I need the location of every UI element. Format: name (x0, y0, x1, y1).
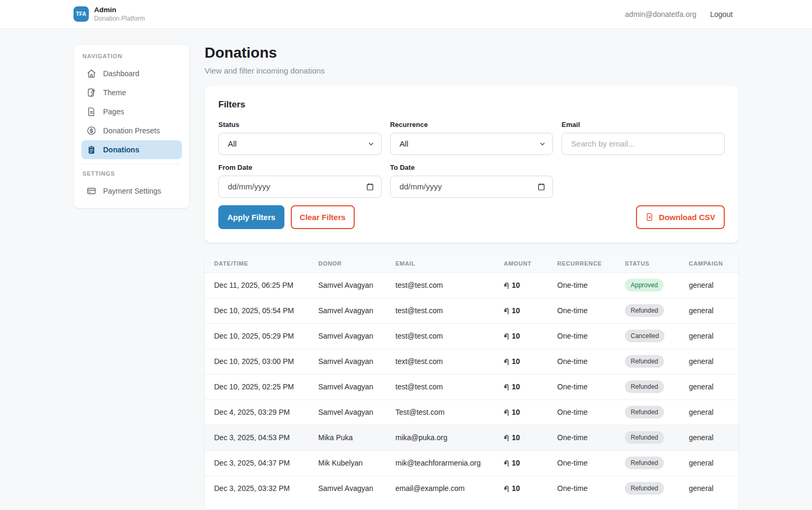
from-date-input[interactable]: dd/mm/yyyy (218, 176, 382, 198)
to-date-input[interactable]: dd/mm/yyyy (390, 176, 553, 198)
dram-sign-icon (504, 408, 510, 416)
status-badge: Refunded (625, 482, 664, 495)
donation-row[interactable]: Dec 10, 2025, 03:00 PM Samvel Avagyan te… (205, 349, 739, 374)
sidebar-item-pages[interactable]: Pages (81, 102, 182, 121)
cell-datetime: Dec 10, 2025, 02:25 PM (205, 374, 309, 399)
cell-amount: 10 (494, 298, 548, 323)
cell-donor: Samvel Avagyan (309, 399, 386, 425)
filters-card: Filters Status All Recurrence All (205, 86, 739, 243)
sidebar-item-donations[interactable]: Donations (81, 140, 182, 159)
donation-row[interactable]: Dec 3, 2025, 03:32 PM Samvel Avagyan ema… (205, 476, 739, 501)
sidebar-item-payment-settings[interactable]: Payment Settings (81, 181, 182, 201)
recurrence-filter-field: Recurrence All (390, 121, 553, 155)
column-header: Status (615, 254, 679, 273)
cell-amount: 10 (494, 425, 548, 450)
donation-row[interactable]: Dec 4, 2025, 03:29 PM Samvel Avagyan Tes… (205, 399, 739, 425)
sidebar-item-label: Donations (103, 145, 139, 154)
page-subtitle: View and filter incoming donations (205, 66, 739, 75)
column-header: Recurrence (548, 254, 615, 273)
cell-donor: Samvel Avagyan (309, 323, 386, 349)
recurrence-select-value: All (400, 139, 409, 148)
settings-heading: SETTINGS (81, 170, 182, 177)
status-badge: Cancelled (625, 330, 665, 342)
donation-row[interactable]: Dec 3, 2025, 04:53 PM Mika Puka mika@puk… (205, 425, 739, 450)
column-header: Amount (494, 254, 548, 273)
cell-status: Refunded (615, 298, 679, 323)
cell-campaign: general (679, 323, 739, 349)
cell-amount: 10 (494, 272, 548, 298)
cell-donor: Samvel Avagyan (309, 374, 386, 399)
cell-status: Refunded (615, 476, 679, 501)
to-date-placeholder: dd/mm/yyyy (400, 182, 442, 191)
cell-campaign: general (679, 349, 739, 374)
sidebar-divider (82, 164, 181, 165)
tfa-logo: TFA (73, 6, 89, 22)
status-badge: Refunded (625, 304, 664, 317)
cell-email: mik@teachforarmenia.org (386, 450, 494, 476)
donation-row[interactable]: Dec 10, 2025, 05:29 PM Samvel Avagyan te… (205, 323, 739, 349)
cell-recurrence: One-time (548, 272, 615, 298)
cell-status: Refunded (615, 425, 679, 450)
calendar-icon (537, 183, 546, 191)
dram-sign-icon (504, 358, 510, 365)
dram-sign-icon (504, 332, 510, 340)
nav-heading: NAVIGATION (81, 53, 182, 59)
cell-campaign: general (679, 450, 739, 476)
logout-link[interactable]: Logout (710, 10, 733, 19)
apply-filters-button[interactable]: Apply Filters (218, 205, 284, 229)
sidebar-item-label: Payment Settings (103, 187, 161, 195)
theme-icon (87, 88, 96, 97)
column-header: Email (386, 254, 494, 273)
dram-sign-icon (504, 434, 510, 441)
status-badge: Refunded (625, 457, 664, 469)
dollar-circle-icon (87, 126, 96, 135)
cell-campaign: general (679, 399, 739, 425)
cell-recurrence: One-time (548, 399, 615, 425)
clear-filters-button[interactable]: Clear Filters (291, 205, 355, 229)
sidebar-item-theme[interactable]: Theme (81, 83, 182, 102)
page-icon (87, 107, 96, 116)
cell-datetime: Dec 3, 2025, 04:53 PM (205, 425, 309, 450)
cell-amount: 10 (494, 399, 548, 425)
cell-donor: Samvel Avagyan (309, 349, 386, 374)
download-csv-button[interactable]: Download CSV (636, 205, 725, 229)
brand-subtitle: Donation Platform (94, 15, 145, 23)
sidebar: NAVIGATION Dashboard Theme Pages Donatio… (73, 44, 190, 208)
cell-email: Test@test.com (386, 399, 494, 425)
donation-row[interactable]: Dec 11, 2025, 06:25 PM Samvel Avagyan te… (205, 272, 739, 298)
calendar-icon (366, 183, 374, 191)
email-input[interactable] (571, 139, 715, 148)
cell-recurrence: One-time (548, 323, 615, 349)
cell-status: Refunded (615, 349, 679, 374)
donations-table-card: Date/TimeDonorEmailAmountRecurrenceStatu… (205, 254, 739, 509)
status-badge: Refunded (625, 431, 664, 444)
cell-email: test@test.com (386, 272, 494, 298)
filters-heading: Filters (218, 99, 725, 110)
donation-row[interactable]: Dec 3, 2025, 04:37 PM Mik Kubelyan mik@t… (205, 450, 739, 476)
cell-amount: 10 (494, 476, 548, 501)
cell-campaign: general (679, 476, 739, 501)
cell-status: Cancelled (615, 323, 679, 349)
cell-recurrence: One-time (548, 298, 615, 323)
status-select[interactable]: All (218, 133, 382, 155)
sidebar-item-donation-presets[interactable]: Donation Presets (81, 121, 182, 140)
sidebar-item-label: Dashboard (103, 69, 140, 78)
cell-datetime: Dec 10, 2025, 05:54 PM (205, 298, 309, 323)
donation-row[interactable]: Dec 10, 2025, 05:54 PM Samvel Avagyan te… (205, 298, 739, 323)
cell-recurrence: One-time (548, 374, 615, 399)
cell-email: test@test.com (386, 374, 494, 399)
cell-recurrence: One-time (548, 425, 615, 450)
sidebar-item-label: Donation Presets (103, 126, 160, 135)
cell-donor: Mik Kubelyan (309, 450, 386, 476)
topbar: TFA Admin Donation Platform admin@donate… (0, 0, 812, 29)
cell-amount: 10 (494, 374, 548, 399)
file-download-icon (645, 213, 654, 221)
column-header: Date/Time (205, 254, 309, 273)
recurrence-select[interactable]: All (390, 133, 553, 155)
cell-status: Refunded (615, 374, 679, 399)
donation-row[interactable]: Dec 10, 2025, 02:25 PM Samvel Avagyan te… (205, 374, 739, 399)
chevron-down-icon (368, 141, 374, 147)
chevron-down-icon (539, 141, 546, 147)
sidebar-item-dashboard[interactable]: Dashboard (81, 64, 182, 83)
cell-recurrence: One-time (548, 476, 615, 501)
